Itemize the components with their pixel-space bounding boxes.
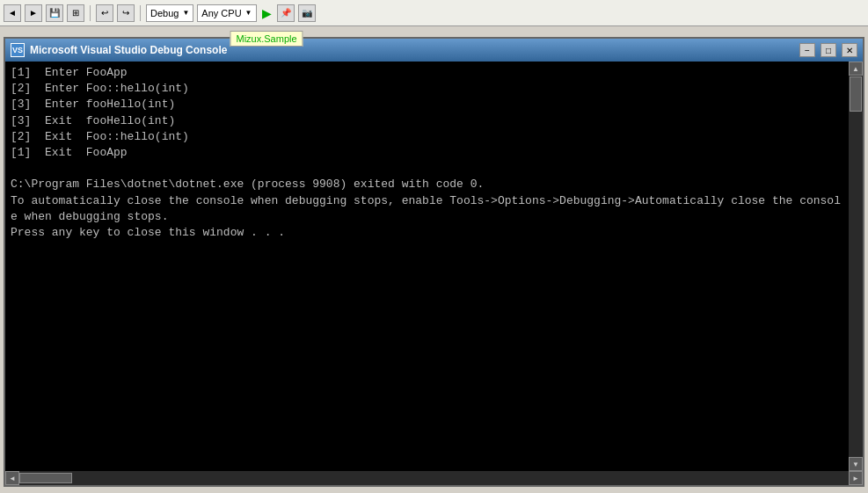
cpu-dropdown[interactable]: Any CPU ▼ (197, 4, 256, 22)
close-button[interactable]: ✕ (842, 43, 857, 57)
back-button[interactable]: ◄ (4, 4, 21, 22)
maximize-button[interactable]: □ (821, 43, 836, 57)
vertical-scrollbar: ▲ ▼ (849, 62, 863, 471)
console-content: [1] Enter FooApp [2] Enter Foo::hello(in… (5, 62, 849, 471)
minimize-button[interactable]: − (799, 43, 815, 57)
scroll-up-button[interactable]: ▲ (849, 62, 863, 76)
scroll-right-button[interactable]: ► (849, 471, 863, 485)
save-all-button[interactable]: ⊞ (67, 4, 84, 22)
window-title: Microsoft Visual Studio Debug Console (30, 44, 794, 56)
h-scroll-thumb[interactable] (19, 473, 72, 483)
console-output: [1] Enter FooApp [2] Enter Foo::hello(in… (11, 65, 843, 241)
separator2 (140, 5, 141, 21)
undo-button[interactable]: ↩ (96, 4, 113, 22)
pin-button[interactable]: 📌 (277, 4, 295, 22)
cpu-arrow: ▼ (245, 9, 252, 17)
forward-button[interactable]: ► (25, 4, 42, 22)
separator1 (90, 5, 91, 21)
run-icon: ▶ (262, 6, 272, 20)
h-scroll-track[interactable] (19, 471, 849, 485)
run-button[interactable]: ▶ Mizux.Sample (260, 6, 274, 20)
scroll-left-button[interactable]: ◄ (5, 471, 19, 485)
scroll-down-button[interactable]: ▼ (849, 457, 863, 471)
cpu-label: Any CPU (201, 8, 241, 18)
redo-button[interactable]: ↪ (117, 4, 135, 22)
debug-console-window: VS Microsoft Visual Studio Debug Console… (4, 37, 864, 487)
debug-config-label: Debug (150, 8, 179, 18)
console-area: [1] Enter FooApp [2] Enter Foo::hello(in… (5, 62, 863, 471)
debug-titlebar: VS Microsoft Visual Studio Debug Console… (5, 39, 863, 62)
save-button[interactable]: 💾 (46, 4, 63, 22)
debug-config-arrow: ▼ (182, 9, 189, 17)
debug-config-dropdown[interactable]: Debug ▼ (146, 4, 193, 22)
toolbar: ◄ ► 💾 ⊞ ↩ ↪ Debug ▼ Any CPU ▼ ▶ Mizux.Sa… (0, 0, 868, 26)
scroll-thumb[interactable] (850, 76, 862, 112)
scroll-track[interactable] (849, 76, 863, 457)
window-icon: VS (11, 43, 25, 57)
camera-button[interactable]: 📷 (298, 4, 316, 22)
horizontal-scrollbar: ◄ ► (5, 471, 863, 485)
